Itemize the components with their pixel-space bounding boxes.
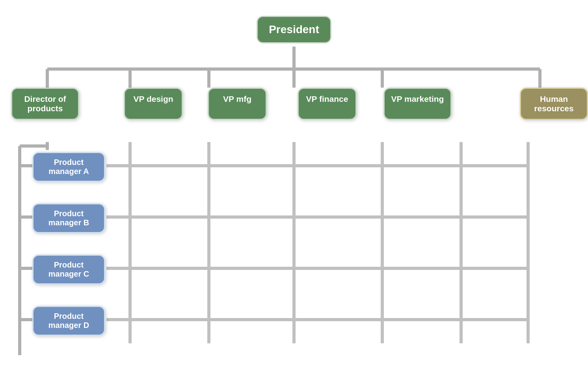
pm-c-label: Product manager C [48,260,89,278]
vp-marketing-node: VP marketing [383,88,452,120]
vp-mfg-label: VP mfg [223,94,251,103]
pm-a-node: Product manager A [32,152,105,182]
pm-d-label: Product manager D [48,312,89,329]
hr-label: Human resources [534,94,573,113]
pm-b-label: Product manager B [48,209,89,227]
pm-c-node: Product manager C [32,255,105,285]
director-node: Director of products [11,88,79,120]
pm-b-node: Product manager B [32,203,105,233]
vp-design-node: VP design [124,88,183,120]
vp-marketing-label: VP marketing [391,94,444,103]
hr-node: Human resources [520,88,588,120]
vp-mfg-node: VP mfg [208,88,267,120]
president-node: President [257,16,331,43]
vp-finance-node: VP finance [298,88,357,120]
pm-a-label: Product manager A [48,158,89,176]
director-label: Director of products [24,94,66,113]
pm-d-node: Product manager D [32,306,105,336]
vp-finance-label: VP finance [306,94,348,103]
president-label: President [269,23,319,36]
org-chart: President Director of products VP design… [0,0,588,380]
vp-design-label: VP design [133,94,173,103]
